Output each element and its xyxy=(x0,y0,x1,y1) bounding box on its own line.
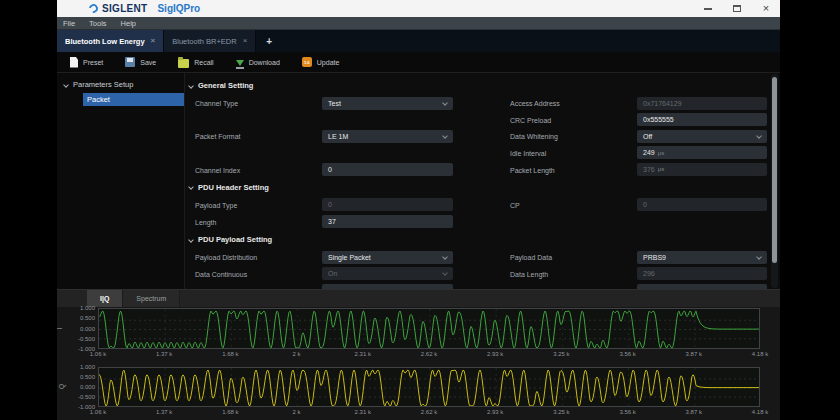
menu-tools[interactable]: Tools xyxy=(89,19,107,28)
field-value: 0x555555 xyxy=(643,116,674,123)
section-header-pdu-header-setting[interactable]: PDU Header Setting xyxy=(185,178,771,197)
field-value: On xyxy=(328,270,337,277)
cp-field: 0 xyxy=(637,198,767,211)
recall-folder-icon xyxy=(178,59,189,68)
crc-preload-label: CRC Preload xyxy=(510,116,551,123)
section-header-general-setting[interactable]: General Setting xyxy=(185,76,771,95)
field-value: 37 xyxy=(328,218,336,225)
chevron-down-icon xyxy=(756,133,762,139)
tab-bluetooth-br-edr[interactable]: Bluetooth BR+EDR× xyxy=(164,30,256,52)
axis-name-i: I xyxy=(56,327,63,329)
y-tick-label: 1.000 xyxy=(80,305,95,311)
x-tick-label: 3.87 k xyxy=(686,351,702,357)
settings-row: Length37 xyxy=(185,214,771,231)
tree-root-label: Parameters Setup xyxy=(73,80,133,89)
x-tick-label: 1.68 k xyxy=(222,351,238,357)
settings-row: Payload DistributionSingle PacketPayload… xyxy=(185,249,771,266)
download-button[interactable]: Download xyxy=(236,59,280,66)
close-icon: × xyxy=(763,3,769,14)
field-unit: μs xyxy=(658,150,664,156)
window-controls: × xyxy=(702,0,772,17)
update-icon: 1.0 xyxy=(302,57,312,67)
menu-help[interactable]: Help xyxy=(121,19,136,28)
field-value: 0 xyxy=(328,166,332,173)
scrollbar-thumb[interactable] xyxy=(772,77,777,263)
app-title: SigIQPro xyxy=(157,3,200,14)
idle-interval-label: Idle Interval xyxy=(510,150,546,157)
data-whitening-dropdown[interactable]: Off xyxy=(637,130,767,143)
chevron-down-icon xyxy=(63,82,69,88)
x-tick-label: 2.93 k xyxy=(487,351,503,357)
waveform-panel: I|QSpectrum I1.0000.5000.000-0.500-1.000… xyxy=(57,289,780,420)
y-tick-label: -0.500 xyxy=(78,336,95,342)
chevron-down-icon xyxy=(442,100,448,106)
x-tick-label: 3.25 k xyxy=(553,351,569,357)
siglent-swirl-icon xyxy=(87,2,100,15)
siglent-logo: SIGLENT SigIQPro xyxy=(89,3,200,14)
tab-close-icon[interactable]: × xyxy=(151,37,156,45)
section-header-pdu-payload-setting[interactable]: PDU Payload Setting xyxy=(185,230,771,249)
packet-format-dropdown[interactable]: LE 1M xyxy=(322,130,453,143)
tree-root-parameters-setup[interactable]: Parameters Setup xyxy=(57,73,184,89)
toolbar-label: Preset xyxy=(83,59,103,66)
tree-item-packet[interactable]: Packet xyxy=(83,93,184,106)
section-title: General Setting xyxy=(198,81,253,90)
channel-type-dropdown[interactable]: Test xyxy=(322,97,453,110)
desktop-background: SIGLENT SigIQPro × FileToolsHelp Bluetoo… xyxy=(0,0,840,420)
x-tick-label: 3.87 k xyxy=(686,409,702,415)
length-label: Length xyxy=(195,218,216,225)
toolbar-label: Recall xyxy=(194,59,213,66)
tab-label: Bluetooth BR+EDR xyxy=(172,37,236,46)
tab-close-icon[interactable]: × xyxy=(243,37,248,45)
section-title: PDU Header Setting xyxy=(198,183,269,192)
length-field[interactable]: 37 xyxy=(322,215,453,228)
y-tick-label: 0.000 xyxy=(80,326,95,332)
field-value: LE 1M xyxy=(328,133,348,140)
payload-type-label: Payload Type xyxy=(195,202,237,209)
x-tick-label: 3.56 k xyxy=(619,409,635,415)
payload-distribution-dropdown[interactable]: Single Packet xyxy=(322,251,453,264)
preset-button[interactable]: Preset xyxy=(70,57,103,68)
preset-document-icon xyxy=(70,57,78,68)
channel-index-field[interactable]: 0 xyxy=(322,163,453,176)
chevron-down-icon xyxy=(188,237,194,243)
x-tick-label: 3.25 k xyxy=(553,409,569,415)
close-button[interactable]: × xyxy=(760,3,772,15)
field-value: 376 xyxy=(643,166,655,173)
chart-tab-spectrum[interactable]: Spectrum xyxy=(123,290,180,307)
x-tick-label: 2.31 k xyxy=(355,351,371,357)
cp-label: CP xyxy=(510,202,520,209)
maximize-button[interactable] xyxy=(731,3,743,15)
packet-format-label: Packet Format xyxy=(195,133,241,140)
payload-data-label: Payload Data xyxy=(510,254,552,261)
field-value: PRBS9 xyxy=(643,254,666,261)
add-tab-button[interactable]: + xyxy=(256,30,282,52)
access-address-field: 0x71764129 xyxy=(637,97,767,110)
menu-bar: FileToolsHelp xyxy=(57,17,780,30)
settings-row: Data ContinuousOnData Length296 xyxy=(185,266,771,283)
settings-row: Payload Type0CP0 xyxy=(185,197,771,214)
document-tab-bar: Bluetooth Low Energy×Bluetooth BR+EDR×+ xyxy=(57,30,780,52)
payload-data-dropdown[interactable]: PRBS9 xyxy=(637,251,767,264)
crc-preload-field[interactable]: 0x555555 xyxy=(637,113,767,126)
data-length-field: 296 xyxy=(637,267,767,280)
save-button[interactable]: Save xyxy=(125,57,156,67)
settings-row: CRC Preload0x555555 xyxy=(185,112,771,129)
tab-bluetooth-low-energy[interactable]: Bluetooth Low Energy× xyxy=(57,30,164,52)
axis-name-q: Q xyxy=(58,384,65,389)
menu-file[interactable]: File xyxy=(63,19,75,28)
y-tick-label: 0.500 xyxy=(80,374,95,380)
update-button[interactable]: 1.0Update xyxy=(302,57,340,67)
settings-row: Channel Index0Packet Length376μs xyxy=(185,161,771,178)
x-tick-label: 3.56 k xyxy=(619,351,635,357)
x-tick-label: 1.37 k xyxy=(156,409,172,415)
params-scrollbar[interactable] xyxy=(771,74,778,288)
recall-button[interactable]: Recall xyxy=(178,57,213,68)
data-continuous-dropdown: On xyxy=(322,267,453,280)
idle-interval-field[interactable]: 249μs xyxy=(637,146,767,159)
chart-tab-bar: I|QSpectrum xyxy=(57,290,780,307)
y-tick-label: 0.000 xyxy=(80,384,95,390)
app-window: SIGLENT SigIQPro × FileToolsHelp Bluetoo… xyxy=(57,0,780,420)
settings-row: Packet FormatLE 1MData WhiteningOff xyxy=(185,128,771,145)
minimize-button[interactable] xyxy=(702,3,714,15)
